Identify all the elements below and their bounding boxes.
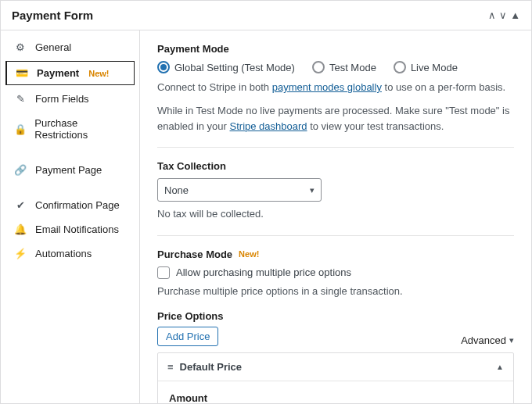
purchase-mode-helper: Purchase multiple price options in a sin… <box>157 284 514 299</box>
sidebar-item-label: Automations <box>35 248 92 259</box>
sidebar-item-label: Payment <box>37 67 79 79</box>
radio-test-mode[interactable]: Test Mode <box>312 61 376 73</box>
gear-icon: ⚙ <box>13 41 27 53</box>
radio-icon <box>157 61 170 73</box>
sidebar-item-purchase-restrictions[interactable]: 🔒 Purchase Restrictions <box>1 111 139 147</box>
select-value: None <box>164 184 189 196</box>
sidebar-item-confirmation-page[interactable]: ✔ Confirmation Page <box>1 193 139 217</box>
tax-collection-select[interactable]: None ▾ <box>157 178 322 202</box>
panel-actions: ∧ ∨ ▲ <box>488 9 520 21</box>
sidebar-item-label: Payment Page <box>35 164 102 176</box>
sidebar: ⚙ General 💳 Payment New! ✎ Form Fields 🔒… <box>1 30 140 403</box>
price-card-default: ≡ Default Price ▲ Amount USD ($) ▾ <box>157 352 514 403</box>
chevron-down-icon: ▾ <box>509 335 514 345</box>
link-icon: 🔗 <box>13 164 27 176</box>
purchase-mode-title: Purchase Mode <box>157 248 232 260</box>
stripe-dashboard-link[interactable]: Stripe dashboard <box>230 120 307 132</box>
tax-collection-title: Tax Collection <box>157 160 514 172</box>
move-down-icon[interactable]: ∨ <box>499 9 507 21</box>
checkbox-label: Allow purchasing multiple price options <box>176 266 351 278</box>
radio-label: Global Setting (Test Mode) <box>174 62 295 73</box>
price-card-header[interactable]: ≡ Default Price ▲ <box>158 353 513 381</box>
radio-label: Live Mode <box>411 62 458 73</box>
sidebar-item-email-notifications[interactable]: 🔔 Email Notifications <box>1 217 139 241</box>
panel-header: Payment Form ∧ ∨ ▲ <box>1 1 531 30</box>
tax-helper: No tax will be collected. <box>157 206 514 222</box>
edit-icon: ✎ <box>13 93 27 105</box>
card-icon: 💳 <box>15 67 29 79</box>
radio-icon <box>312 61 325 73</box>
sidebar-item-payment[interactable]: 💳 Payment New! <box>5 61 135 85</box>
price-card-title: Default Price <box>180 361 242 373</box>
divider <box>157 235 514 236</box>
add-price-button[interactable]: Add Price <box>157 327 218 346</box>
payment-mode-helper-1: Connect to Stripe in both payment modes … <box>157 80 514 95</box>
sidebar-item-label: Email Notifications <box>35 223 119 235</box>
payment-mode-title: Payment Mode <box>157 43 514 55</box>
bolt-icon: ⚡ <box>13 248 27 259</box>
price-options-title: Price Options <box>157 310 224 322</box>
content-area: Payment Mode Global Setting (Test Mode) … <box>140 30 531 403</box>
chevron-down-icon: ▾ <box>310 185 315 195</box>
panel-title: Payment Form <box>12 9 93 22</box>
allow-multiple-price-options-row[interactable]: Allow purchasing multiple price options <box>157 266 514 279</box>
sidebar-item-form-fields[interactable]: ✎ Form Fields <box>1 87 139 111</box>
advanced-toggle[interactable]: Advanced ▾ <box>461 334 514 346</box>
payment-mode-options: Global Setting (Test Mode) Test Mode Liv… <box>157 61 514 73</box>
sidebar-item-label: Confirmation Page <box>35 199 120 211</box>
radio-global-setting[interactable]: Global Setting (Test Mode) <box>157 61 295 73</box>
payment-mode-helper-2: While in Test Mode no live payments are … <box>157 103 514 134</box>
new-badge: New! <box>239 249 259 259</box>
sidebar-item-automations[interactable]: ⚡ Automations <box>1 241 139 266</box>
divider <box>157 147 514 148</box>
sidebar-item-label: Form Fields <box>35 93 89 105</box>
radio-live-mode[interactable]: Live Mode <box>394 61 458 73</box>
sidebar-item-label: Purchase Restrictions <box>34 117 130 141</box>
radio-icon <box>394 61 406 73</box>
collapse-icon[interactable]: ▲ <box>510 9 520 21</box>
amount-label: Amount <box>169 392 502 403</box>
bell-icon: 🔔 <box>13 223 27 235</box>
new-badge: New! <box>88 69 109 78</box>
sidebar-item-payment-page[interactable]: 🔗 Payment Page <box>1 158 139 182</box>
drag-handle-icon[interactable]: ≡ <box>167 361 174 373</box>
lock-icon: 🔒 <box>13 123 27 135</box>
sidebar-item-general[interactable]: ⚙ General <box>1 35 139 59</box>
payment-form-panel: Payment Form ∧ ∨ ▲ ⚙ General 💳 Payment N… <box>0 0 532 404</box>
check-icon: ✔ <box>13 199 27 211</box>
collapse-icon[interactable]: ▲ <box>496 363 504 371</box>
sidebar-item-label: General <box>35 41 71 53</box>
checkbox-icon[interactable] <box>157 266 170 279</box>
move-up-icon[interactable]: ∧ <box>488 9 496 21</box>
radio-label: Test Mode <box>329 62 376 73</box>
payment-modes-globally-link[interactable]: payment modes globally <box>272 81 382 93</box>
